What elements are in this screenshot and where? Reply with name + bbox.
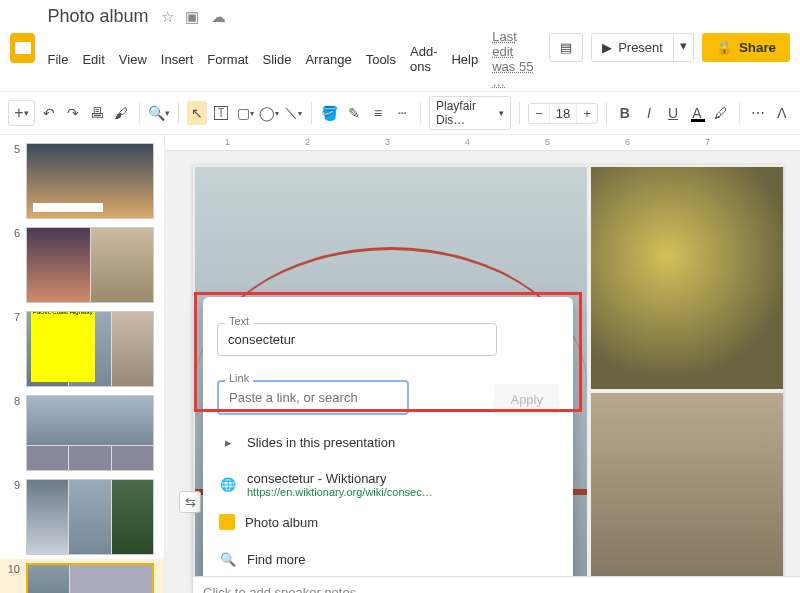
present-dropdown[interactable]: ▾ bbox=[674, 33, 694, 62]
slide-image-topright[interactable] bbox=[591, 167, 783, 389]
menu-file[interactable]: File bbox=[47, 52, 68, 67]
border-weight-button[interactable]: ≡ bbox=[368, 101, 388, 125]
last-edit-link[interactable]: Last edit was 55 … bbox=[492, 29, 537, 89]
font-size-increase[interactable]: + bbox=[577, 106, 597, 121]
menu-format[interactable]: Format bbox=[207, 52, 248, 67]
menu-arrange[interactable]: Arrange bbox=[305, 52, 351, 67]
menu-insert[interactable]: Insert bbox=[161, 52, 194, 67]
menu-help[interactable]: Help bbox=[451, 52, 478, 67]
shape-tool[interactable]: ◯▾ bbox=[259, 101, 279, 125]
link-suggestion-wiktionary[interactable]: 🌐 consectetur - Wiktionary https://en.wi… bbox=[203, 463, 573, 506]
canvas-area[interactable]: 1 2 3 4 5 6 7 ⇆ Text bbox=[165, 135, 800, 593]
star-icon[interactable]: ☆ bbox=[161, 8, 174, 25]
redo-button[interactable]: ↷ bbox=[63, 101, 83, 125]
horizontal-ruler: 1 2 3 4 5 6 7 bbox=[165, 135, 800, 151]
lock-icon: 🔒 bbox=[716, 40, 733, 55]
undo-button[interactable]: ↶ bbox=[39, 101, 59, 125]
underline-button[interactable]: U bbox=[663, 101, 683, 125]
link-field-label: Link bbox=[225, 372, 253, 384]
zoom-button[interactable]: 🔍 ▾ bbox=[148, 101, 170, 125]
font-size-value[interactable]: 18 bbox=[549, 104, 577, 123]
line-tool[interactable]: ＼▾ bbox=[283, 101, 303, 125]
search-icon: 🔍 bbox=[219, 550, 237, 568]
menu-view[interactable]: View bbox=[119, 52, 147, 67]
slide-thumb[interactable] bbox=[26, 143, 154, 219]
document-title[interactable]: Photo album bbox=[47, 6, 148, 27]
chevron-right-icon: ▸ bbox=[219, 433, 237, 451]
thumb-number: 9 bbox=[6, 479, 20, 491]
border-color-button[interactable]: ✎ bbox=[344, 101, 364, 125]
slide-thumb[interactable] bbox=[26, 479, 154, 555]
paint-format-button[interactable]: 🖌 bbox=[111, 101, 131, 125]
highlight-button[interactable]: 🖊 bbox=[711, 101, 731, 125]
link-text-input[interactable] bbox=[217, 323, 497, 356]
slide-thumb[interactable] bbox=[26, 227, 154, 303]
share-button[interactable]: 🔒Share bbox=[702, 33, 790, 62]
apply-button[interactable]: Apply bbox=[494, 384, 559, 415]
slides-logo bbox=[10, 33, 35, 63]
italic-button[interactable]: I bbox=[639, 101, 659, 125]
font-size-decrease[interactable]: − bbox=[529, 106, 549, 121]
slide-filmstrip[interactable]: 5 6 7Pacific Coast Highway 8 9 10 bbox=[0, 135, 165, 593]
collapse-toolbar-button[interactable]: ᐱ bbox=[772, 101, 792, 125]
bold-button[interactable]: B bbox=[615, 101, 635, 125]
print-button[interactable]: 🖶 bbox=[87, 101, 107, 125]
image-tool[interactable]: ▢▾ bbox=[235, 101, 255, 125]
menu-tools[interactable]: Tools bbox=[366, 52, 396, 67]
link-url-input[interactable] bbox=[217, 380, 409, 415]
thumb-number: 8 bbox=[6, 395, 20, 407]
menu-addons[interactable]: Add-ons bbox=[410, 44, 437, 74]
font-select[interactable]: Playfair Dis…▾ bbox=[429, 96, 511, 130]
slide-thumb-selected[interactable] bbox=[26, 563, 154, 593]
thumb-number: 10 bbox=[6, 563, 20, 575]
slide-thumb[interactable] bbox=[26, 395, 154, 471]
motion-button[interactable]: ⇆ bbox=[179, 491, 201, 513]
select-tool[interactable]: ↖ bbox=[187, 101, 207, 125]
play-icon: ▶ bbox=[602, 40, 612, 55]
new-slide-button[interactable]: + ▾ bbox=[8, 100, 35, 126]
slides-in-presentation-item[interactable]: ▸ Slides in this presentation bbox=[203, 425, 573, 459]
find-more-item[interactable]: 🔍 Find more bbox=[203, 542, 573, 576]
menu-edit[interactable]: Edit bbox=[82, 52, 104, 67]
text-field-label: Text bbox=[225, 315, 253, 327]
slides-file-icon bbox=[219, 514, 235, 530]
border-dash-button[interactable]: ┄ bbox=[392, 101, 412, 125]
font-size-control[interactable]: − 18 + bbox=[528, 103, 598, 124]
globe-icon: 🌐 bbox=[219, 476, 237, 494]
link-suggestion-document[interactable]: Photo album bbox=[203, 506, 573, 538]
menu-slide[interactable]: Slide bbox=[262, 52, 291, 67]
slide-image-bottomright[interactable] bbox=[591, 393, 783, 593]
cloud-icon[interactable]: ☁ bbox=[211, 8, 226, 25]
comment-icon: ▤ bbox=[560, 40, 572, 55]
comments-button[interactable]: ▤ bbox=[549, 33, 583, 62]
present-button[interactable]: ▶Present bbox=[591, 33, 674, 62]
thumb-number: 7 bbox=[6, 311, 20, 323]
move-icon[interactable]: ▣ bbox=[185, 8, 199, 25]
insert-link-dialog: Text Link Apply ▸ Slides in this present… bbox=[203, 297, 573, 582]
thumb-number: 6 bbox=[6, 227, 20, 239]
textbox-tool[interactable]: 🅃 bbox=[211, 101, 231, 125]
thumb-number: 5 bbox=[6, 143, 20, 155]
slide-thumb[interactable]: Pacific Coast Highway bbox=[26, 311, 154, 387]
speaker-notes[interactable]: Click to add speaker notes bbox=[193, 576, 800, 593]
text-color-button[interactable]: A bbox=[687, 101, 707, 125]
more-button[interactable]: ⋯ bbox=[748, 101, 768, 125]
fill-color-button[interactable]: 🪣 bbox=[320, 101, 340, 125]
